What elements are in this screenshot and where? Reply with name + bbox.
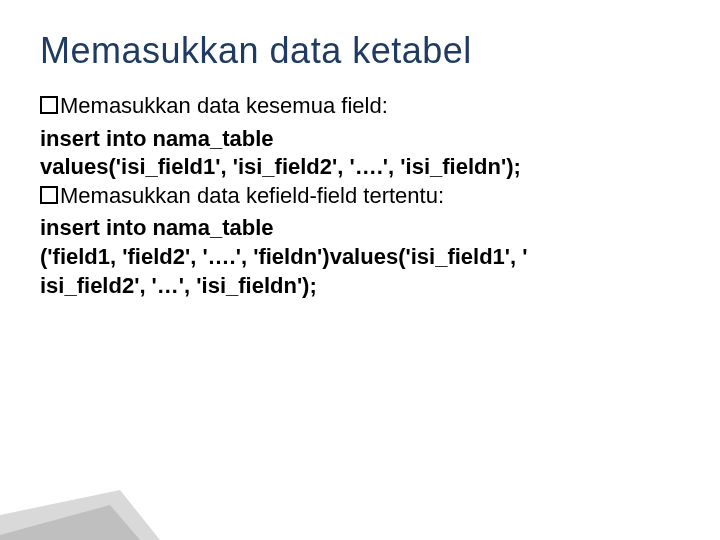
checkbox-icon <box>40 186 58 204</box>
slide: Memasukkan data ketabel Memasukkan data … <box>0 0 720 540</box>
footer-decoration <box>0 480 720 540</box>
code-1-line-2: values('isi_field1', 'isi_field2', '….',… <box>40 153 680 182</box>
code-2-line-1: insert into nama_table <box>40 214 680 243</box>
checkbox-icon <box>40 96 58 114</box>
slide-body: Memasukkan data kesemua field: insert in… <box>40 92 680 300</box>
code-1-line-1: insert into nama_table <box>40 125 680 154</box>
bullet-1-rest: data kesemua field: <box>191 93 388 118</box>
code-2-line-2: ('field1, 'field2', '….', 'fieldn')value… <box>40 243 680 272</box>
bullet-2-lead: Memasukkan <box>60 183 191 208</box>
svg-marker-0 <box>0 490 160 540</box>
svg-marker-1 <box>0 505 140 540</box>
bullet-1-lead: Memasukkan <box>60 93 191 118</box>
bullet-2: Memasukkan data kefield-field tertentu: <box>40 182 680 211</box>
bullet-2-rest: data kefield-field tertentu: <box>191 183 444 208</box>
slide-title: Memasukkan data ketabel <box>40 30 680 72</box>
code-2-line-3: isi_field2', '…', 'isi_fieldn'); <box>40 272 680 301</box>
bullet-1: Memasukkan data kesemua field: <box>40 92 680 121</box>
